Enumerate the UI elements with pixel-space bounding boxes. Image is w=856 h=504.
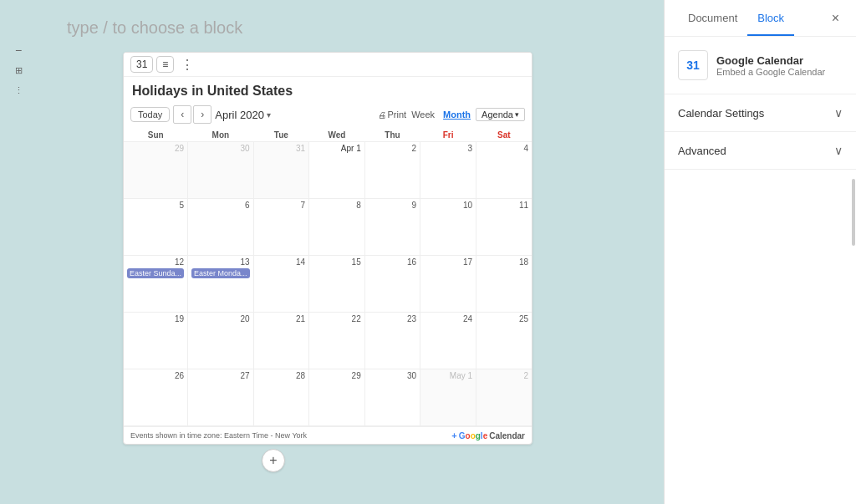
editor-area: type / to choose a block − ⊞ ⋮ 31 ≡ ⋮ Ho… [0,0,664,504]
table-row: 18 [476,256,532,313]
block-details: Google Calendar Embed a Google Calendar [716,54,825,77]
add-block-button[interactable]: + [262,449,285,472]
list-item[interactable]: Easter Sunda... [127,268,184,278]
collapse-icon[interactable]: − [10,42,27,59]
calendar-header-controls: Today ‹ › April 2020 ▾ 🖨 Print Week Mont… [124,100,532,127]
table-row: 6 [188,199,254,256]
advanced-label: Advanced [678,145,726,157]
table-row: 5 [124,199,188,256]
table-row: 29 [309,369,365,426]
calendar-settings-header[interactable]: Calendar Settings ∨ [665,94,856,131]
block-layout-button[interactable]: ≡ [156,56,174,73]
block-more-icon: ⋮ [181,58,194,72]
list-item[interactable]: Easter Monda... [191,268,250,278]
col-fri: Fri [420,127,476,142]
col-tue: Tue [253,127,308,142]
table-row: 30 [364,369,420,426]
calendar-settings-chevron: ∨ [834,106,843,120]
month-label: April 2020 ▾ [215,109,271,121]
block-more-button[interactable]: ⋮ [177,57,197,73]
calendar-nav: ‹ › [173,105,211,124]
table-row: 22 [309,313,365,369]
table-row: 15 [309,256,365,313]
table-row: 17 [420,256,476,313]
month-dropdown-icon[interactable]: ▾ [267,110,271,120]
print-button[interactable]: 🖨 Print [378,109,407,120]
gcal-embed: Holidays in United States Today ‹ › Apri… [124,77,532,444]
table-row: 16 [364,256,420,313]
google-calendar-logo[interactable]: + Google Calendar [451,430,525,440]
table-row: 2 [476,369,532,426]
scrollbar-thumb [852,179,855,246]
panel-header: Document Block × [665,0,856,37]
table-row: 25 [476,313,532,369]
grid-icon[interactable]: ⊞ [10,62,27,79]
block-number-label: 31 [136,59,147,70]
calendar-settings-label: Calendar Settings [678,107,764,120]
table-row: 23 [364,313,420,369]
block-placeholder: type / to choose a block [67,18,242,38]
table-row: 19 [124,313,188,369]
table-row: 31 [253,142,308,199]
google-text: Google [459,431,487,440]
table-row: 10 [420,199,476,256]
block-toolbar: 31 ≡ ⋮ [124,53,532,77]
table-row: 26 [124,369,188,426]
calendar-title: Holidays in United States [132,84,523,99]
more-options-icon[interactable]: ⋮ [10,82,27,99]
month-view-button[interactable]: Month [440,108,474,121]
view-buttons: 🖨 Print Week Month Agenda ▾ [378,108,525,121]
advanced-chevron: ∨ [834,144,843,157]
week-view-button[interactable]: Week [408,108,438,121]
table-row: 4 [476,142,532,199]
table-row: 28 [253,369,308,426]
plus-icon: + [451,430,456,440]
table-row: 8 [309,199,365,256]
table-row: 12 Easter Sunda... [124,256,188,313]
table-row: 29 [124,142,188,199]
table-row: 2 [364,142,420,199]
table-row: May 1 [420,369,476,426]
block-layout-icon: ≡ [162,59,168,70]
table-row: 11 [476,199,532,256]
panel-content: 31 Google Calendar Embed a Google Calend… [665,37,856,504]
table-row: 30 [188,142,254,199]
calendar-settings-section: Calendar Settings ∨ [665,94,856,132]
right-panel: Document Block × 31 Google Calendar Embe… [664,0,856,504]
prev-month-button[interactable]: ‹ [173,105,191,124]
agenda-dropdown-icon: ▾ [515,110,519,119]
agenda-view-button[interactable]: Agenda ▾ [476,108,525,121]
tab-block[interactable]: Block [747,0,794,36]
block-description-label: Embed a Google Calendar [716,67,825,77]
table-row: 7 [253,199,308,256]
table-row: 24 [420,313,476,369]
table-row: Apr 1 [309,142,365,199]
left-toolbar: − ⊞ ⋮ [10,42,27,99]
panel-scrollbar[interactable] [851,154,856,504]
calendar-text: Calendar [489,431,525,440]
calendar-block: 31 ≡ ⋮ Holidays in United States Today ‹… [123,52,532,445]
next-month-button[interactable]: › [193,105,211,124]
col-sun: Sun [124,127,188,142]
advanced-section: Advanced ∨ [665,132,856,170]
table-row: 27 [188,369,254,426]
advanced-header[interactable]: Advanced ∨ [665,132,856,169]
timezone-label: Events shown in time zone: Eastern Time … [130,431,307,440]
calendar-footer: Events shown in time zone: Eastern Time … [124,426,532,444]
block-number-button[interactable]: 31 [130,56,153,73]
tab-document[interactable]: Document [678,0,747,36]
table-row: 9 [364,199,420,256]
today-button[interactable]: Today [130,107,170,122]
table-row: 20 [188,313,254,369]
print-icon: 🖨 [378,110,386,120]
table-row: 14 [253,256,308,313]
col-wed: Wed [309,127,365,142]
col-mon: Mon [188,127,254,142]
add-icon: + [269,453,277,468]
block-info-section: 31 Google Calendar Embed a Google Calend… [665,37,856,94]
block-icon: 31 [678,50,708,80]
block-name-label: Google Calendar [716,54,825,67]
col-thu: Thu [364,127,420,142]
table-row: 13 Easter Monda... [188,256,254,313]
close-button[interactable]: × [828,8,843,29]
